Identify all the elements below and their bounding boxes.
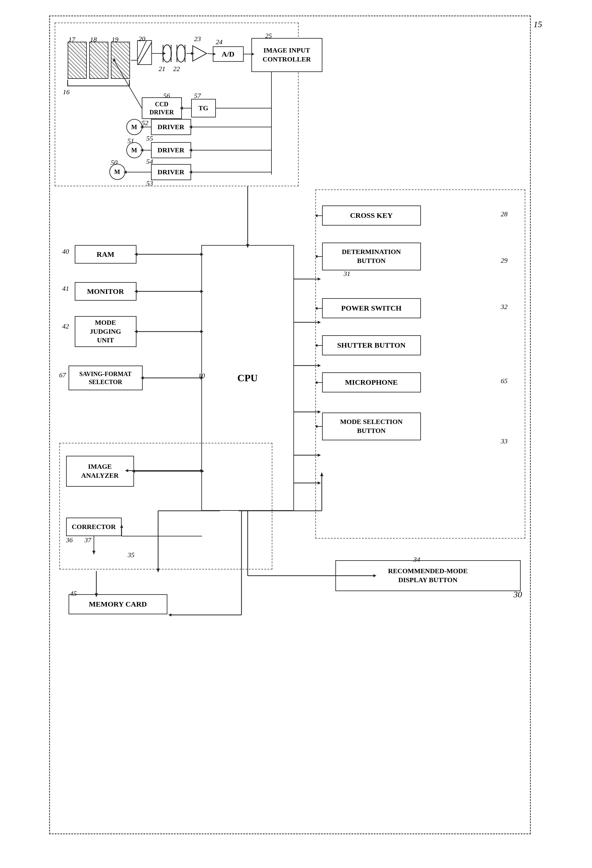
svg-marker-67 [134, 290, 137, 293]
svg-marker-70 [134, 330, 137, 333]
svg-marker-89 [318, 278, 321, 280]
svg-marker-69 [200, 330, 203, 333]
svg-marker-97 [318, 454, 321, 457]
svg-marker-99 [318, 481, 321, 484]
svg-marker-95 [318, 410, 321, 413]
svg-marker-72 [200, 376, 203, 379]
svg-marker-75 [200, 469, 203, 472]
svg-marker-102 [373, 574, 377, 577]
svg-marker-84 [95, 593, 98, 597]
label-15: 15 [534, 19, 542, 30]
svg-marker-93 [318, 364, 321, 367]
svg-marker-91 [318, 321, 321, 324]
svg-marker-66 [200, 290, 203, 293]
svg-marker-87 [168, 613, 171, 617]
main-diagram: 15 17 18 19 16 [49, 15, 531, 834]
main-connections-svg [50, 16, 532, 835]
svg-marker-64 [134, 253, 137, 256]
svg-marker-76 [125, 469, 128, 472]
page: 15 17 18 19 16 [49, 12, 543, 834]
svg-marker-82 [320, 472, 323, 476]
svg-marker-61 [246, 244, 249, 248]
svg-marker-79 [156, 568, 160, 573]
svg-marker-73 [140, 376, 144, 379]
svg-marker-63 [200, 253, 203, 256]
